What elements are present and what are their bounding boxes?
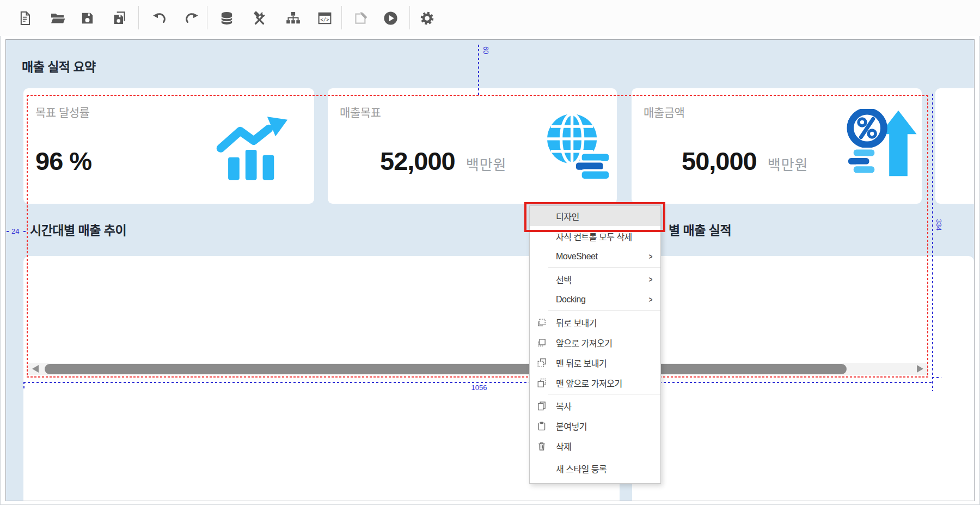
menu-item-bring-to-front[interactable]: 맨 앞으로 가져오기 [530, 373, 660, 393]
left-section-title: 시간대별 매출 추이 [30, 220, 126, 239]
menu-item-select[interactable]: 선택> [530, 269, 660, 289]
guide-line-right [932, 94, 933, 391]
settings-gear-icon[interactable] [418, 9, 436, 27]
kpi-value: 52,000 [380, 146, 455, 176]
submenu-arrow-icon: > [649, 252, 652, 261]
open-folder-icon[interactable] [48, 9, 66, 27]
guide-line-bottom [23, 382, 933, 383]
menu-item-register-new-style[interactable]: 새 스타일 등록 [530, 456, 660, 481]
kpi-card-sales-amount[interactable]: 매출금액 50,000 백만원 [632, 88, 922, 204]
menu-item-delete[interactable]: 삭제 [530, 436, 660, 456]
menu-item-send-to-back[interactable]: 맨 뒤로 보내기 [530, 352, 660, 373]
guide-stub-right [932, 377, 941, 378]
right-section-title: 별 매출 실적 [669, 220, 731, 239]
menu-item-delete-all-children[interactable]: 자식 컨트롤 모두 삭제 [530, 226, 660, 246]
bring-to-front-icon [537, 378, 547, 388]
toolbar-separator [207, 6, 207, 29]
send-to-back-icon [537, 358, 547, 368]
paste-icon [537, 421, 547, 431]
guide-stub-bottom-left [23, 382, 24, 391]
menu-item-docking[interactable]: Docking> [530, 289, 660, 309]
bring-forward-icon [537, 338, 547, 348]
selection-rect-bottom [27, 376, 928, 378]
copy-icon [537, 401, 547, 411]
undo-icon[interactable] [150, 9, 168, 27]
percent-increase-icon [845, 109, 921, 185]
menu-item-bring-forward[interactable]: 앞으로 가져오기 [530, 332, 660, 352]
context-menu: 디자인 자식 컨트롤 모두 삭제 MoveSheet> 선택> Docking>… [529, 205, 661, 484]
save-icon[interactable] [78, 9, 96, 27]
toolbar-separator [409, 6, 410, 29]
right-chart-panel[interactable] [632, 256, 974, 501]
kpi-card-goal-rate[interactable]: 목표 달성률 96 % [23, 88, 314, 204]
scroll-left-arrow-icon[interactable] [32, 365, 39, 373]
delete-icon [537, 441, 547, 451]
code-window-icon[interactable]: </> [315, 9, 334, 27]
menu-item-design[interactable]: 디자인 [530, 206, 660, 226]
kpi-label: 매출금액 [644, 104, 684, 120]
guide-dash-left-a [7, 231, 11, 232]
kpi-unit: 백만원 [768, 154, 808, 174]
sitemap-icon[interactable] [284, 9, 302, 27]
kpi-card-sales-target[interactable]: 매출목표 52,000 백만원 [328, 88, 617, 204]
dimension-label-bottom: 1056 [467, 384, 491, 392]
save-as-icon[interactable] [110, 9, 128, 27]
kpi-card-partial[interactable] [935, 88, 974, 204]
dimension-label-right: 334 [935, 219, 943, 231]
selection-rect-left [27, 95, 28, 378]
submenu-arrow-icon: > [649, 295, 652, 304]
guide-dash-left-b [23, 231, 27, 232]
menu-item-copy[interactable]: 복사 [530, 396, 660, 416]
selection-rect-right [927, 95, 928, 378]
send-backward-icon [537, 318, 547, 327]
submenu-arrow-icon: > [649, 275, 652, 284]
svg-text:</>: </> [320, 17, 329, 22]
menu-item-send-backward[interactable]: 뒤로 보내기 [530, 312, 660, 332]
toolbar: </> [0, 0, 980, 36]
selection-rect-top [27, 95, 928, 96]
menu-separator [548, 311, 660, 311]
new-document-icon[interactable] [15, 9, 34, 27]
kpi-label: 매출목표 [340, 104, 381, 120]
bar-chart-growth-icon [216, 112, 291, 187]
horizontal-scrollbar-thumb[interactable] [45, 364, 847, 374]
toolbar-separator [341, 6, 342, 29]
kpi-unit: 백만원 [466, 154, 507, 174]
scroll-right-arrow-icon[interactable] [917, 365, 923, 373]
kpi-value: 50,000 [682, 146, 757, 176]
app-window: </> 매출 실적 요약 목표 달성률 96 % 매출목표 52,000 백만원… [0, 0, 980, 505]
toolbar-separator [138, 6, 139, 29]
menu-item-movesheet[interactable]: MoveSheet> [530, 246, 660, 266]
globe-finance-icon [543, 111, 616, 184]
kpi-label: 목표 달성률 [35, 104, 89, 120]
summary-title: 매출 실적 요약 [22, 57, 96, 75]
dimension-label-left: 24 [11, 227, 19, 235]
guide-line-top [478, 45, 479, 95]
kpi-value: 96 % [35, 146, 91, 176]
menu-separator [548, 394, 660, 394]
tools-icon[interactable] [250, 9, 268, 27]
menu-separator [548, 267, 660, 268]
redo-icon[interactable] [182, 9, 201, 27]
edit-icon[interactable] [351, 9, 370, 27]
menu-item-paste[interactable]: 붙여넣기 [530, 416, 660, 436]
dimension-label-top: 60 [482, 46, 490, 54]
database-icon[interactable] [217, 9, 236, 27]
run-icon[interactable] [381, 9, 400, 27]
